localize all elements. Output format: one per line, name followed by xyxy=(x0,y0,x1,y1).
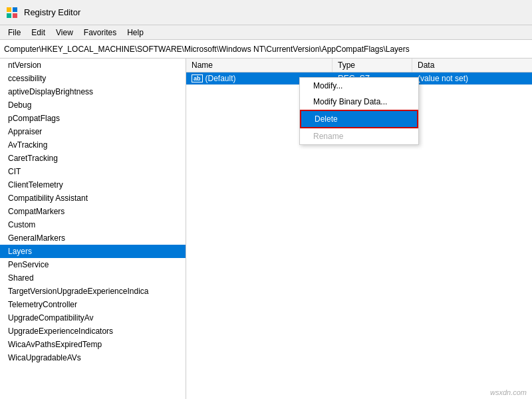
tree-item-ccessibility[interactable]: ccessibility xyxy=(0,72,186,85)
menu-bar: File Edit View Favorites Help xyxy=(0,25,532,40)
app-icon xyxy=(5,6,19,19)
col-header-data: Data xyxy=(412,59,532,72)
menu-view[interactable]: View xyxy=(51,27,78,39)
left-panel[interactable]: ntVersion ccessibility aptiveDisplayBrig… xyxy=(0,59,186,399)
svg-rect-0 xyxy=(7,7,11,12)
menu-edit[interactable]: Edit xyxy=(26,27,51,39)
col-header-name: Name xyxy=(186,59,332,72)
tree-item-upgradeexperience[interactable]: UpgradeExperienceIndicators xyxy=(0,325,186,338)
tree-item-telemetrycontroller[interactable]: TelemetryController xyxy=(0,298,186,311)
svg-rect-1 xyxy=(13,7,17,12)
tree-item-targetversion[interactable]: TargetVersionUpgradeExperienceIndica xyxy=(0,285,186,298)
right-panel: Name Type Data ab (Default) REG_SZ (valu… xyxy=(186,59,532,399)
tree-item-adaptivedisplay[interactable]: aptiveDisplayBrightness xyxy=(0,85,186,98)
tree-item-wicaupgradable[interactable]: WicaUpgradableAVs xyxy=(0,351,186,364)
tree-item-generalmarkers[interactable]: GeneralMarkers xyxy=(0,231,186,245)
address-path: Computer\HKEY_LOCAL_MACHINE\SOFTWARE\Mic… xyxy=(4,45,410,54)
watermark: wsxdn.com xyxy=(490,388,527,396)
tree-item-wicaavpaths[interactable]: WicaAvPathsExpiredTemp xyxy=(0,338,186,351)
menu-favorites[interactable]: Favorites xyxy=(78,27,122,39)
address-bar: Computer\HKEY_LOCAL_MACHINE\SOFTWARE\Mic… xyxy=(0,40,532,59)
menu-file[interactable]: File xyxy=(3,27,26,39)
col-header-type: Type xyxy=(332,59,412,72)
svg-rect-3 xyxy=(13,13,17,18)
menu-help[interactable]: Help xyxy=(122,27,149,39)
tree-item-ntversion[interactable]: ntVersion xyxy=(0,59,186,72)
ctx-modify-binary[interactable]: Modify Binary Data... xyxy=(300,94,418,110)
tree-item-penservice[interactable]: PenService xyxy=(0,258,186,271)
title-bar: Registry Editor xyxy=(0,0,532,25)
tree-item-custom[interactable]: Custom xyxy=(0,218,186,231)
tree-item-shared[interactable]: Shared xyxy=(0,271,186,285)
tree-item-compatibilityassistant[interactable]: Compatibility Assistant xyxy=(0,192,186,205)
tree-item-compatmarkers[interactable]: CompatMarkers xyxy=(0,205,186,218)
table-header: Name Type Data xyxy=(186,59,532,72)
main-content: ntVersion ccessibility aptiveDisplayBrig… xyxy=(0,59,532,399)
ctx-modify[interactable]: Modify... xyxy=(300,78,418,94)
tree-item-pcompatflags[interactable]: pCompatFlags xyxy=(0,112,186,125)
tree-item-avtracking[interactable]: AvTracking xyxy=(0,138,186,152)
ctx-rename: Rename xyxy=(300,128,418,144)
tree-item-carettracking[interactable]: CaretTracking xyxy=(0,152,186,165)
svg-rect-2 xyxy=(7,13,11,18)
ab-badge: ab xyxy=(192,74,203,82)
ctx-delete[interactable]: Delete xyxy=(300,110,418,128)
cell-data: (value not set) xyxy=(412,72,532,84)
context-menu: Modify... Modify Binary Data... Delete R… xyxy=(299,77,419,145)
tree-item-clienttelemetry[interactable]: ClientTelemetry xyxy=(0,178,186,192)
window-title: Registry Editor xyxy=(24,7,80,17)
tree-item-appraiser[interactable]: Appraiser xyxy=(0,125,186,138)
tree-item-layers[interactable]: Layers xyxy=(0,245,186,258)
row-name: (Default) xyxy=(205,74,236,83)
tree-item-cit[interactable]: CIT xyxy=(0,165,186,178)
tree-item-debug[interactable]: Debug xyxy=(0,98,186,112)
tree-item-upgradecompatibilityav[interactable]: UpgradeCompatibilityAv xyxy=(0,311,186,325)
